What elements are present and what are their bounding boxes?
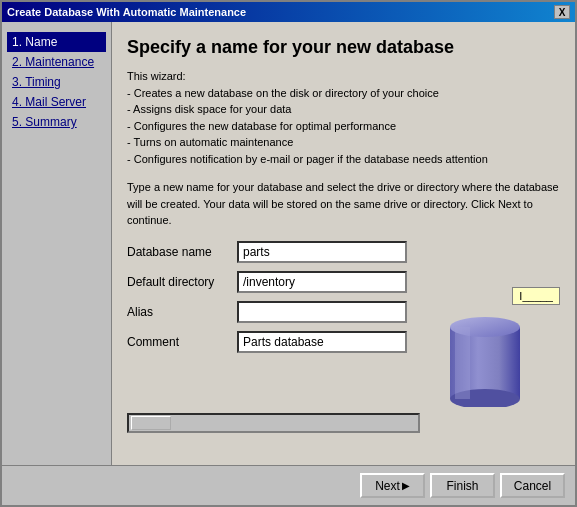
page-title: Specify a name for your new database	[127, 37, 560, 58]
cancel-button[interactable]: Cancel	[500, 473, 565, 498]
close-button[interactable]: X	[554, 5, 570, 19]
main-content-area: Specify a name for your new database Thi…	[112, 22, 575, 465]
scrollbar-thumb[interactable]	[131, 416, 171, 430]
default-directory-row: Default directory	[127, 271, 420, 293]
alias-row: Alias	[127, 301, 420, 323]
database-name-input[interactable]	[237, 241, 407, 263]
cylinder-container: I_____	[440, 277, 550, 397]
comment-row: Comment	[127, 331, 420, 353]
bullet-1: - Creates a new database on the disk or …	[127, 85, 560, 102]
window-title: Create Database With Automatic Maintenan…	[7, 6, 246, 18]
sidebar-item-timing[interactable]: 3. Timing	[7, 72, 106, 92]
svg-rect-3	[455, 327, 470, 399]
bullet-5: - Configures notification by e-mail or p…	[127, 151, 560, 168]
next-arrow-icon: ▶	[402, 480, 410, 491]
bullet-3: - Configures the new database for optima…	[127, 118, 560, 135]
alias-input[interactable]	[237, 301, 407, 323]
next-button[interactable]: Next▶	[360, 473, 425, 498]
sidebar: 1. Name 2. Maintenance 3. Timing 4. Mail…	[2, 22, 112, 465]
scrollbar[interactable]	[127, 413, 420, 433]
cursor-tooltip: I_____	[512, 287, 560, 305]
finish-button[interactable]: Finish	[430, 473, 495, 498]
bullet-4: - Turns on automatic maintenance	[127, 134, 560, 151]
default-directory-label: Default directory	[127, 275, 237, 289]
comment-label: Comment	[127, 335, 237, 349]
description-block: This wizard: - Creates a new database on…	[127, 68, 560, 167]
window-content: 1. Name 2. Maintenance 3. Timing 4. Mail…	[2, 22, 575, 465]
default-directory-input[interactable]	[237, 271, 407, 293]
main-window: Create Database With Automatic Maintenan…	[0, 0, 577, 507]
sidebar-item-maintenance[interactable]: 2. Maintenance	[7, 52, 106, 72]
sidebar-item-summary[interactable]: 5. Summary	[7, 112, 106, 132]
title-bar: Create Database With Automatic Maintenan…	[2, 2, 575, 22]
comment-input[interactable]	[237, 331, 407, 353]
sidebar-item-name[interactable]: 1. Name	[7, 32, 106, 52]
sidebar-item-mail-server[interactable]: 4. Mail Server	[7, 92, 106, 112]
database-cylinder-icon	[440, 297, 530, 407]
bullet-2: - Assigns disk space for your data	[127, 101, 560, 118]
database-name-label: Database name	[127, 245, 237, 259]
database-name-row: Database name	[127, 241, 420, 263]
footer: Next▶ Finish Cancel	[2, 465, 575, 505]
alias-label: Alias	[127, 305, 237, 319]
description-intro: This wizard:	[127, 68, 560, 85]
instructions-text: Type a new name for your database and se…	[127, 179, 560, 229]
content-area: Database name Default directory Alias Co…	[127, 241, 560, 433]
form-area: Database name Default directory Alias Co…	[127, 241, 420, 433]
cylinder-area: I_____	[430, 241, 560, 433]
